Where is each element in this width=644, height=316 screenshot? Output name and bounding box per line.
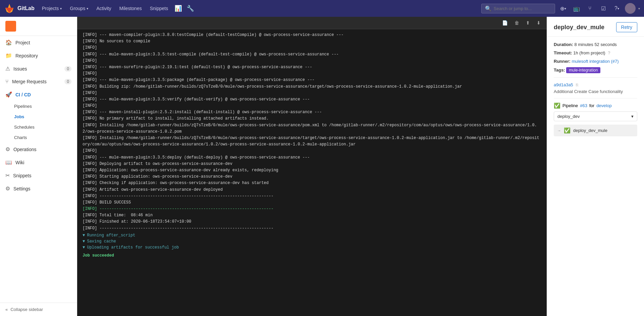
- nav-activity[interactable]: Activity: [93, 3, 114, 14]
- search-box[interactable]: 🔍: [481, 4, 555, 13]
- gitlab-wordmark: GitLab: [17, 5, 35, 11]
- issues-icon: ⚠: [5, 65, 10, 72]
- commit-row: a9d1a3a5 ⎘: [554, 82, 637, 88]
- log-toolbar: 📄 🗑 ⬆ ⬇: [77, 17, 547, 29]
- pipeline-check-icon: ✅: [554, 102, 560, 109]
- nav-graph-icon[interactable]: 📊: [173, 3, 184, 14]
- gitlab-logo-icon: [4, 3, 15, 14]
- sidebar-item-issues[interactable]: ⚠ Issues 0: [0, 62, 77, 75]
- sidebar-item-project[interactable]: 🏠 Project: [0, 36, 77, 49]
- log-line: [INFO] Application: ows-process-service-…: [83, 167, 541, 174]
- todo-icon[interactable]: ☑: [598, 3, 609, 14]
- nav-milestones[interactable]: Milestones: [116, 3, 145, 14]
- main-layout: 🏠 Project 📁 Repository ⚠ Issues 0 ⑂ Merg…: [0, 17, 644, 316]
- broadcast-icon[interactable]: 📺: [571, 3, 582, 14]
- commit-section: a9d1a3a5 ⎘ Additional Create Case functi…: [554, 82, 637, 94]
- runner-link[interactable]: mulesoft integration (#7): [572, 59, 618, 64]
- stage-dropdown[interactable]: deploy_dev ▾: [554, 111, 637, 121]
- log-line: [INFO] ---------------------------------…: [83, 193, 541, 199]
- log-section-after-script[interactable]: ▼ Running after_script: [83, 233, 541, 238]
- log-line: [INFO] No sources to compile: [83, 38, 541, 45]
- log-line: [INFO] Artifact ows-process-service-assu…: [83, 187, 541, 193]
- sidebar-subitem-schedules[interactable]: Schedules: [0, 122, 77, 132]
- commit-message: Additional Create Case functionality: [554, 89, 637, 94]
- sidebar-item-snippets[interactable]: ✂ Snippets: [0, 169, 77, 182]
- log-line: [INFO] Checking if application: ows-proc…: [83, 180, 541, 186]
- right-panel-body: Duration: 8 minutes 52 seconds Timeout: …: [547, 37, 644, 142]
- plus-icon[interactable]: ⊕ ▾: [558, 3, 568, 14]
- gitlab-logo[interactable]: GitLab: [4, 3, 35, 14]
- sidebar-subitem-charts[interactable]: Charts: [0, 132, 77, 143]
- issues-badge: 0: [64, 66, 71, 72]
- log-section-saving-cache[interactable]: ▼ Saving cache: [83, 239, 541, 244]
- merge-icon: ⑂: [5, 79, 9, 85]
- log-line: [INFO] No primary artifact to install, i…: [83, 116, 541, 122]
- sidebar-subitem-jobs[interactable]: Jobs: [0, 111, 77, 122]
- commit-hash-link[interactable]: a9d1a3a5: [554, 82, 573, 87]
- scroll-top-button[interactable]: ⬆: [524, 19, 532, 27]
- nav-wrench-icon[interactable]: 🔧: [185, 3, 196, 14]
- copy-commit-icon[interactable]: ⎘: [576, 83, 578, 87]
- divider-2: [554, 98, 637, 98]
- nav-snippets[interactable]: Snippets: [146, 3, 171, 14]
- log-line: [INFO] --- mule-maven-plugin:3.3.5:test-…: [83, 51, 541, 58]
- log-line: [INFO] --- maven-compiler-plugin:3.8.0:t…: [83, 32, 541, 38]
- log-line: [INFO] Building zip: /home/gitlab-runner…: [83, 84, 541, 90]
- timeout-tooltip-icon[interactable]: ?: [608, 50, 610, 55]
- job-item[interactable]: → ✅ deploy_dev_mule: [554, 125, 637, 136]
- chevron-left-icon: «: [5, 307, 8, 312]
- nav-projects[interactable]: Projects ▾: [39, 3, 65, 14]
- retry-button[interactable]: Retry: [616, 22, 637, 32]
- log-line: [INFO] BUILD SUCCESS: [83, 199, 541, 206]
- sidebar-item-operations[interactable]: ⚙ Operations: [0, 143, 77, 156]
- log-line: [INFO]: [83, 90, 541, 96]
- log-job-success: Job succeeded: [83, 253, 541, 259]
- log-line: [INFO] --- mule-maven-plugin:3.3.5:packa…: [83, 77, 541, 83]
- log-line: [INFO] Installing /home/gitlab-runner/bu…: [83, 122, 541, 135]
- log-line: [INFO] Deploying artifact to ows-process…: [83, 161, 541, 167]
- help-icon[interactable]: ? ▾: [611, 3, 622, 14]
- search-icon: 🔍: [485, 5, 492, 12]
- raw-log-button[interactable]: 📄: [500, 19, 510, 27]
- nav-groups[interactable]: Groups ▾: [66, 3, 92, 14]
- ops-icon: ⚙: [5, 146, 10, 152]
- section-collapse-icon: ▼: [83, 239, 85, 244]
- erase-log-button[interactable]: 🗑: [512, 19, 521, 27]
- sidebar-item-merge-requests[interactable]: ⑂ Merge Requests 0: [0, 75, 77, 88]
- sidebar-subitem-pipelines[interactable]: Pipelines: [0, 101, 77, 111]
- log-area: 📄 🗑 ⬆ ⬇ [INFO] --- maven-compiler-plugin…: [77, 17, 547, 316]
- sidebar-item-ci-cd[interactable]: 🚀 CI / CD: [0, 88, 77, 101]
- scroll-bottom-button[interactable]: ⬇: [535, 19, 543, 27]
- collapse-sidebar-button[interactable]: « Collapse sidebar: [0, 303, 77, 316]
- tag-badge: mule-integration: [566, 67, 600, 73]
- log-line: [INFO]: [83, 103, 541, 109]
- search-input[interactable]: [494, 6, 551, 11]
- pipeline-branch-link[interactable]: develop: [596, 103, 612, 108]
- content-area: 📄 🗑 ⬆ ⬇ [INFO] --- maven-compiler-plugin…: [77, 17, 644, 316]
- pipeline-section: ✅ Pipeline #63 for develop deploy_dev ▾ …: [554, 102, 637, 136]
- chevron-down-icon: ▾: [87, 7, 88, 10]
- duration-row: Duration: 8 minutes 52 seconds: [554, 42, 637, 47]
- settings-icon: ⚙: [5, 185, 10, 192]
- sidebar-item-settings[interactable]: ⚙ Settings: [0, 182, 77, 195]
- user-avatar[interactable]: [625, 3, 636, 14]
- log-line: [INFO] Total time: 08:46 min: [83, 212, 541, 219]
- avatar-chevron: ▾: [638, 7, 640, 10]
- divider-1: [554, 77, 637, 78]
- log-line: [INFO] Starting application: ows-process…: [83, 174, 541, 180]
- section-collapse-icon: ▼: [83, 233, 85, 238]
- job-check-icon: ✅: [564, 127, 571, 134]
- job-title: deploy_dev_mule: [554, 24, 604, 31]
- sidebar-item-repository[interactable]: 📁 Repository: [0, 49, 77, 62]
- merge-request-nav-icon[interactable]: ⑂: [585, 3, 595, 14]
- log-line: [INFO]: [83, 58, 541, 64]
- log-line: [INFO] ---------------------------------…: [83, 225, 541, 232]
- sidebar-item-wiki[interactable]: 📖 Wiki: [0, 156, 77, 169]
- nav-right: 🔍 ⊕ ▾ 📺 ⑂ ☑ ? ▾ ▾: [481, 3, 640, 14]
- chevron-down-icon: ▾: [631, 114, 634, 119]
- section-collapse-icon: ▼: [83, 245, 85, 250]
- merge-badge: 0: [64, 79, 71, 84]
- log-section-uploading-artifacts[interactable]: ▼ Uploading artifacts for successful job: [83, 245, 541, 250]
- log-line: [INFO] --- mule-maven-plugin:3.3.5:deplo…: [83, 154, 541, 161]
- pipeline-number-link[interactable]: #63: [580, 103, 587, 108]
